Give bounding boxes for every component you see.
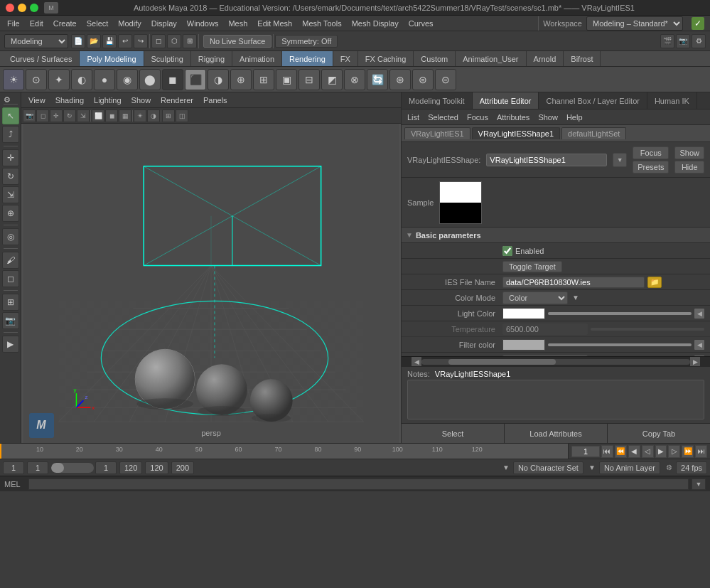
shelf-icon-5[interactable]: ● xyxy=(94,69,115,90)
shelf-icon-17[interactable]: 🔄 xyxy=(367,69,388,90)
settings-icon[interactable]: ⚙ xyxy=(4,95,18,101)
vp-grid-icon[interactable]: ⊞ xyxy=(162,109,175,122)
fps-label[interactable]: 24 fps xyxy=(676,461,707,474)
snap-grid-icon[interactable]: ⊞ xyxy=(183,34,197,48)
go-end-btn[interactable]: ⏭ xyxy=(695,445,707,458)
render-settings-icon[interactable]: ⚙ xyxy=(692,34,706,48)
menu-modify[interactable]: Modify xyxy=(114,18,145,29)
shelf-icon-10[interactable]: ◑ xyxy=(208,69,229,90)
tab-modeling-toolkit[interactable]: Modeling Toolkit xyxy=(402,92,473,109)
shelf-icon-14[interactable]: ⊟ xyxy=(298,69,320,90)
paint-skin-weights[interactable]: 🖌 xyxy=(2,252,19,269)
step-back-btn[interactable]: ⏪ xyxy=(615,445,627,458)
menu-create[interactable]: Create xyxy=(49,18,81,29)
move-tool[interactable]: ✛ xyxy=(2,149,19,166)
scale-tool[interactable]: ⇲ xyxy=(2,186,19,203)
presets-button[interactable]: Presets xyxy=(633,161,669,173)
temperature-input[interactable] xyxy=(502,324,588,335)
shelf-icon-13[interactable]: ▣ xyxy=(276,69,297,90)
tab-channel-box[interactable]: Channel Box / Layer Editor xyxy=(539,92,647,109)
notes-textarea[interactable] xyxy=(407,380,704,419)
vp-select-icon[interactable]: ◻ xyxy=(36,109,49,122)
no-char-set-label[interactable]: No Character Set xyxy=(513,461,583,474)
shelf-icon-20[interactable]: ⊝ xyxy=(435,69,456,90)
next-key-btn[interactable]: ▷ xyxy=(668,445,680,458)
menu-edit-mesh[interactable]: Edit Mesh xyxy=(253,18,296,29)
close-btn[interactable] xyxy=(6,4,14,12)
timeline-scale[interactable]: 10 20 30 40 50 60 70 80 90 100 110 120 xyxy=(0,444,568,459)
ae-menu-selected[interactable]: Selected xyxy=(425,112,461,122)
enabled-checkbox[interactable] xyxy=(502,246,512,256)
menu-mesh-tools[interactable]: Mesh Tools xyxy=(298,18,345,29)
attr-scroll-area[interactable]: ▼ Basic parameters Enabled Toggle Target… xyxy=(402,228,710,356)
show-hide[interactable]: ◻ xyxy=(2,270,19,287)
filter-color-end-btn[interactable]: ◀ xyxy=(694,340,704,350)
open-scene-icon[interactable]: 📂 xyxy=(87,34,101,48)
menu-select[interactable]: Select xyxy=(82,18,113,29)
redo-icon[interactable]: ↪ xyxy=(134,34,148,48)
scroll-left-arrow[interactable]: ◀ xyxy=(412,357,421,367)
render-icon[interactable]: 🎬 xyxy=(660,34,674,48)
color-mode-select[interactable]: Color Temperature xyxy=(502,292,568,304)
shelf-tab-fx[interactable]: FX xyxy=(333,51,358,66)
ipr-icon[interactable]: 📷 xyxy=(676,34,690,48)
vp-rot-icon[interactable]: ↻ xyxy=(63,109,76,122)
mel-input[interactable] xyxy=(28,479,689,490)
shelf-icon-18[interactable]: ⊛ xyxy=(389,69,411,90)
ies-file-input[interactable] xyxy=(502,277,645,288)
soft-select[interactable]: ◎ xyxy=(2,228,19,245)
scroll-right-arrow[interactable]: ▶ xyxy=(690,357,700,367)
shelf-tab-rendering[interactable]: Rendering xyxy=(282,51,333,66)
play-back-btn[interactable]: ◁ xyxy=(642,445,654,458)
shelf-icon-16[interactable]: ⊗ xyxy=(344,69,365,90)
mel-expand-icon[interactable]: ▼ xyxy=(692,479,706,490)
ae-menu-focus[interactable]: Focus xyxy=(464,112,491,122)
tab-attribute-editor[interactable]: Attribute Editor xyxy=(473,92,539,109)
shelf-tab-poly-modeling[interactable]: Poly Modeling xyxy=(80,51,144,66)
node-tab-vraylight[interactable]: VRayLightIES1 xyxy=(404,127,470,139)
ae-menu-list[interactable]: List xyxy=(404,112,422,122)
shelf-icon-7[interactable]: ⬤ xyxy=(139,69,161,90)
vp-light-icon[interactable]: ☀ xyxy=(134,109,146,122)
select-tool[interactable]: ↖ xyxy=(2,107,19,124)
filter-color-swatch[interactable] xyxy=(502,339,545,351)
light-color-swatch[interactable] xyxy=(502,308,545,319)
menu-curves[interactable]: Curves xyxy=(404,18,438,29)
hide-button[interactable]: Hide xyxy=(674,161,704,173)
status-frame-end[interactable]: 120 xyxy=(145,461,168,474)
current-frame-input[interactable] xyxy=(571,446,600,457)
prev-key-btn[interactable]: ◀ xyxy=(628,445,640,458)
mode-selector[interactable]: Modeling xyxy=(4,34,68,48)
vp-menu-lighting[interactable]: Lighting xyxy=(90,95,126,106)
status-frame-mid[interactable]: 120 xyxy=(119,461,142,474)
shelf-icon-9[interactable]: ⬛ xyxy=(185,69,206,90)
status-frame-2[interactable]: 200 xyxy=(171,461,194,474)
node-expand-icon[interactable]: ▼ xyxy=(613,153,627,167)
vp-menu-shading[interactable]: Shading xyxy=(51,95,88,106)
save-icon[interactable]: ✓ xyxy=(692,17,704,30)
shelf-tab-custom[interactable]: Custom xyxy=(414,51,456,66)
basic-params-header[interactable]: ▼ Basic parameters xyxy=(402,228,710,243)
vp-hud-icon[interactable]: ◫ xyxy=(176,109,188,122)
folder-browse-icon[interactable]: 📁 xyxy=(647,277,662,288)
shelf-icon-15[interactable]: ◩ xyxy=(321,69,343,90)
save-scene-icon[interactable]: 💾 xyxy=(102,34,117,48)
select-tool-icon[interactable]: ◻ xyxy=(151,34,166,48)
light-color-end-btn[interactable]: ◀ xyxy=(694,309,704,319)
vp-scale-icon[interactable]: ⇲ xyxy=(77,109,90,122)
ae-menu-help[interactable]: Help xyxy=(564,112,586,122)
vp-wireframe-icon[interactable]: ⬜ xyxy=(92,109,104,122)
vp-smooth-icon[interactable]: ◼ xyxy=(105,109,118,122)
hscroll-track[interactable] xyxy=(421,359,690,365)
shelf-tab-animation-user[interactable]: Animation_User xyxy=(456,51,526,66)
menu-display[interactable]: Display xyxy=(147,18,181,29)
vp-menu-view[interactable]: View xyxy=(24,95,50,106)
lasso-tool[interactable]: ⤴ xyxy=(2,126,19,143)
window-controls[interactable] xyxy=(6,4,38,12)
shelf-icon-3[interactable]: ✦ xyxy=(48,69,70,90)
new-scene-icon[interactable]: 📄 xyxy=(71,34,85,48)
ae-menu-attributes[interactable]: Attributes xyxy=(494,112,532,122)
shelf-icon-11[interactable]: ⊕ xyxy=(230,69,252,90)
snap-icon[interactable]: ⊞ xyxy=(2,294,19,311)
menu-edit[interactable]: Edit xyxy=(26,18,48,29)
